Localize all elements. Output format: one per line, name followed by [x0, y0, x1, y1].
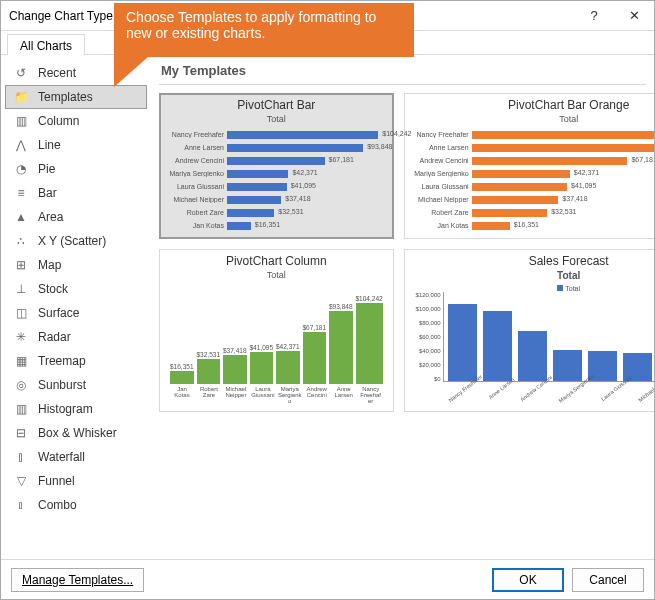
- y-tick: $120,000: [411, 292, 441, 298]
- sidebar-item-stock[interactable]: ⊥Stock: [5, 277, 147, 301]
- sidebar-item-label: Sunburst: [38, 378, 86, 392]
- chart-type-icon: ◎: [12, 378, 30, 392]
- sidebar-item-label: Surface: [38, 306, 79, 320]
- bar-chart-preview: Nancy Freehafer $104,242 Anne Larsen $93…: [166, 128, 387, 232]
- sidebar-item-label: Recent: [38, 66, 76, 80]
- bar-fill: [472, 157, 628, 165]
- manage-templates-button[interactable]: Manage Templates...: [11, 568, 144, 592]
- sidebar-item-map[interactable]: ⊞Map: [5, 253, 147, 277]
- hbar-row: Andrew Cencini $67,181: [411, 154, 654, 167]
- value-label: $67,181: [303, 324, 327, 331]
- callout-tail: [114, 57, 148, 87]
- thumb-title: PivotChart Bar Orange: [411, 98, 654, 112]
- value-label: $42,371: [292, 169, 317, 176]
- bar-fill: [472, 209, 548, 217]
- sidebar-item-treemap[interactable]: ▦Treemap: [5, 349, 147, 373]
- sidebar-item-label: Templates: [38, 90, 93, 104]
- category-label: Andrew Cencini: [411, 157, 469, 164]
- sidebar-item-area[interactable]: ▲Area: [5, 205, 147, 229]
- bar-track: $32,531: [227, 208, 387, 218]
- bar-fill: [472, 131, 654, 139]
- chart-type-sidebar: ↺Recent📁Templates▥Column⋀Line◔Pie≡Bar▲Ar…: [1, 55, 151, 559]
- sidebar-item-x-y-scatter-[interactable]: ∴X Y (Scatter): [5, 229, 147, 253]
- value-label: $37,418: [285, 195, 310, 202]
- callout-text: Choose Templates to apply formatting to …: [126, 9, 376, 41]
- sidebar-item-line[interactable]: ⋀Line: [5, 133, 147, 157]
- bar-fill: [472, 196, 559, 204]
- change-chart-type-dialog: Change Chart Type ? ✕ Choose Templates t…: [0, 0, 655, 600]
- thumb-subtitle: Total: [166, 114, 387, 124]
- template-pivotchart-bar-orange[interactable]: PivotChart Bar Orange Total Nancy Freeha…: [404, 93, 654, 239]
- templates-panel: My Templates PivotChart Bar Total Nancy …: [151, 55, 654, 559]
- hbar-row: Mariya Sergienko $42,371: [411, 167, 654, 180]
- category-label: Anne Larsen: [332, 386, 356, 400]
- category-label: Mariya Sergienko: [166, 170, 224, 177]
- category-label: Michael Neipper: [224, 386, 248, 400]
- sidebar-item-label: Combo: [38, 498, 77, 512]
- forecast-chart-preview: Total $120,000$100,000$80,000$60,000$40,…: [411, 285, 654, 405]
- hbar-row: Anne Larsen $93,848: [166, 141, 387, 154]
- ok-button[interactable]: OK: [492, 568, 564, 592]
- sidebar-item-sunburst[interactable]: ◎Sunburst: [5, 373, 147, 397]
- chart-type-icon: ⊥: [12, 282, 30, 296]
- bar-fill: [227, 209, 274, 217]
- sidebar-item-label: X Y (Scatter): [38, 234, 106, 248]
- column: $67,181: [303, 324, 327, 384]
- sidebar-item-label: Histogram: [38, 402, 93, 416]
- column: $93,848: [329, 303, 353, 384]
- help-button[interactable]: ?: [574, 1, 614, 31]
- sidebar-item-surface[interactable]: ◫Surface: [5, 301, 147, 325]
- thumb-title: PivotChart Column: [166, 254, 387, 268]
- bar-track: $42,371: [227, 169, 387, 179]
- y-tick: $100,000: [411, 306, 441, 312]
- sidebar-item-histogram[interactable]: ▥Histogram: [5, 397, 147, 421]
- sidebar-item-bar[interactable]: ≡Bar: [5, 181, 147, 205]
- sidebar-item-pie[interactable]: ◔Pie: [5, 157, 147, 181]
- sidebar-item-label: Box & Whisker: [38, 426, 117, 440]
- sidebar-item-templates[interactable]: 📁Templates: [5, 85, 147, 109]
- tab-all-charts[interactable]: All Charts: [7, 34, 85, 55]
- bar-fill: [448, 304, 477, 381]
- value-label: $32,531: [551, 208, 576, 215]
- sidebar-item-label: Area: [38, 210, 63, 224]
- template-pivotchart-column[interactable]: PivotChart Column Total $16,351 $32,531 …: [159, 249, 394, 412]
- chart-type-icon: ◔: [12, 162, 30, 176]
- thumb-title: PivotChart Bar: [166, 98, 387, 112]
- sidebar-item-waterfall[interactable]: ⫿Waterfall: [5, 445, 147, 469]
- column: $37,418: [223, 347, 247, 384]
- sidebar-item-label: Funnel: [38, 474, 75, 488]
- bar-track: $37,418: [227, 195, 387, 205]
- section-divider: [159, 84, 646, 85]
- sidebar-item-label: Treemap: [38, 354, 86, 368]
- chart-type-icon: ⫿: [12, 450, 30, 464]
- sidebar-item-column[interactable]: ▥Column: [5, 109, 147, 133]
- category-label: Nancy Freehafer: [411, 131, 469, 138]
- value-label: $16,351: [170, 363, 194, 370]
- chart-type-icon: ▽: [12, 474, 30, 488]
- column: $41,095: [250, 344, 274, 384]
- bar-fill: [223, 355, 247, 384]
- hbar-row: Jan Kotas $16,351: [166, 219, 387, 232]
- bar-fill: [227, 170, 288, 178]
- value-label: $104,242: [356, 295, 383, 302]
- sidebar-item-funnel[interactable]: ▽Funnel: [5, 469, 147, 493]
- dialog-body: ↺Recent📁Templates▥Column⋀Line◔Pie≡Bar▲Ar…: [1, 55, 654, 559]
- template-pivotchart-bar[interactable]: PivotChart Bar Total Nancy Freehafer $10…: [159, 93, 394, 239]
- hbar-row: Michael Neipper $37,418: [411, 193, 654, 206]
- y-tick: $20,000: [411, 362, 441, 368]
- bar-fill: [483, 311, 512, 381]
- sidebar-item-box-whisker[interactable]: ⊟Box & Whisker: [5, 421, 147, 445]
- category-label: Robert Zare: [197, 386, 221, 400]
- sidebar-item-radar[interactable]: ✳Radar: [5, 325, 147, 349]
- bar-track: $32,531: [472, 208, 654, 218]
- cancel-button[interactable]: Cancel: [572, 568, 644, 592]
- sidebar-item-label: Radar: [38, 330, 71, 344]
- template-sales-forecast[interactable]: Sales Forecast Total Total $120,000$100,…: [404, 249, 654, 412]
- x-axis: Nancy FreehaferAnne LarsenAndrew Cencini…: [443, 382, 654, 392]
- close-button[interactable]: ✕: [614, 1, 654, 31]
- sidebar-item-label: Column: [38, 114, 79, 128]
- chart-type-icon: ▥: [12, 402, 30, 416]
- sidebar-item-combo[interactable]: ⫾Combo: [5, 493, 147, 517]
- bar-fill: [227, 222, 251, 230]
- bar-fill: [472, 144, 654, 152]
